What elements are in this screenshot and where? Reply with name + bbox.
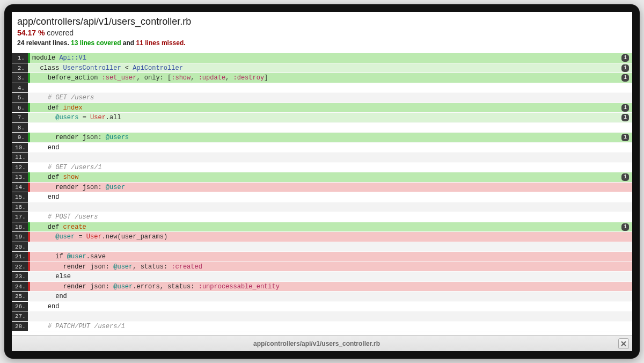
code-line: 28. # PATCH/PUT /users/1	[12, 322, 632, 332]
line-number: 14.	[12, 183, 28, 192]
line-content: # GET /users/1	[30, 163, 632, 172]
line-number: 12.	[12, 163, 28, 172]
line-content: # POST /users	[30, 212, 632, 222]
line-number: 26.	[12, 302, 28, 311]
lines-missed-label: lines missed.	[145, 39, 185, 47]
code-line: 15. end	[12, 192, 632, 202]
file-header: app/controllers/api/v1/users_controller.…	[12, 12, 632, 53]
line-content: def index1	[30, 103, 632, 113]
line-number: 1.	[12, 53, 28, 63]
code-line: 21. if @user.save	[12, 252, 632, 262]
code-line: 27.	[12, 311, 632, 322]
code-line: 19. @user = User.new(user_params)	[12, 232, 632, 242]
code-line: 11.	[12, 153, 632, 163]
line-number: 16.	[12, 202, 28, 212]
file-path: app/controllers/api/v1/users_controller.…	[17, 16, 627, 27]
code-line: 13. def show1	[12, 172, 632, 183]
code-line: 3. before_action :set_user, only: [:show…	[12, 73, 632, 83]
line-content: module Api::V11	[30, 53, 632, 63]
hit-count-badge: 1	[621, 173, 629, 181]
line-number: 13.	[12, 172, 28, 182]
line-number: 6.	[12, 103, 28, 113]
code-line: 9. render json: @users1	[12, 133, 632, 143]
dialog-footer: app/controllers/api/v1/users_controller.…	[12, 335, 632, 351]
code-line: 26. end	[12, 302, 632, 312]
coverage-percent: 54.17 %	[17, 28, 45, 37]
line-number: 22.	[12, 262, 28, 272]
line-number: 3.	[12, 73, 28, 83]
line-number: 2.	[12, 63, 28, 73]
line-content	[30, 153, 632, 162]
line-number: 28.	[12, 322, 28, 331]
line-content	[30, 311, 632, 321]
line-number: 7.	[12, 113, 28, 122]
code-line: 2. class UsersController < ApiController…	[12, 63, 632, 74]
line-content: render json: @user, status: :created	[30, 262, 632, 272]
line-number: 18.	[12, 222, 28, 232]
line-number: 20.	[12, 242, 28, 252]
line-number: 24.	[12, 282, 28, 292]
coverage-summary: 54.17 % covered	[17, 28, 627, 37]
dialog-title: app/controllers/api/v1/users_controller.…	[15, 340, 618, 347]
lines-missed-count: 11	[136, 39, 143, 47]
line-content: end	[30, 302, 632, 311]
code-line: 22. render json: @user, status: :created	[12, 262, 632, 272]
covered-label: covered	[47, 28, 74, 37]
code-line: 16.	[12, 202, 632, 213]
line-number: 9.	[12, 133, 28, 142]
code-line: 8.	[12, 123, 632, 133]
close-icon	[620, 340, 627, 347]
line-number: 25.	[12, 292, 28, 301]
code-line: 17. # POST /users	[12, 212, 632, 222]
line-content: if @user.save	[30, 252, 632, 262]
line-content	[30, 242, 632, 252]
line-content	[30, 123, 632, 133]
source-viewer-panel: app/controllers/api/v1/users_controller.…	[12, 12, 632, 351]
and-word: and	[123, 39, 134, 47]
line-content: end	[30, 292, 632, 301]
code-line: 1.module Api::V11	[12, 53, 632, 63]
line-content: # PATCH/PUT /users/1	[30, 322, 632, 331]
code-line: 4.	[12, 83, 632, 93]
line-number: 11.	[12, 153, 28, 162]
hit-count-badge: 1	[621, 134, 629, 141]
line-number: 19.	[12, 232, 28, 242]
close-button[interactable]	[618, 338, 629, 349]
hit-count-badge: 1	[621, 74, 629, 82]
line-content: class UsersController < ApiController1	[30, 63, 632, 73]
coverage-stats: 24 relevant lines. 13 lines covered and …	[17, 39, 627, 50]
line-content: @user = User.new(user_params)	[30, 232, 632, 242]
line-content: before_action :set_user, only: [:show, :…	[30, 73, 632, 83]
source-code-listing[interactable]: 1.module Api::V112. class UsersControlle…	[12, 53, 632, 335]
hit-count-badge: 1	[621, 223, 629, 231]
hit-count-badge: 1	[621, 54, 629, 62]
hit-count-badge: 1	[621, 114, 629, 121]
line-number: 27.	[12, 311, 28, 321]
line-content: def show1	[30, 172, 632, 182]
relevant-lines-count: 24	[17, 39, 24, 47]
line-content: # GET /users	[30, 93, 632, 103]
line-number: 23.	[12, 272, 28, 281]
code-line: 18. def create1	[12, 222, 632, 233]
lines-covered-count: 13	[71, 39, 78, 47]
line-number: 8.	[12, 123, 28, 133]
line-number: 10.	[12, 143, 28, 153]
line-content: else	[30, 272, 632, 281]
line-number: 17.	[12, 212, 28, 222]
line-content	[30, 202, 632, 212]
line-content: render json: @user	[30, 183, 632, 192]
line-number: 21.	[12, 252, 28, 262]
code-line: 23. else	[12, 272, 632, 282]
hit-count-badge: 1	[621, 104, 629, 112]
relevant-lines-label: relevant lines.	[26, 39, 69, 47]
code-line: 20.	[12, 242, 632, 252]
code-line: 12. # GET /users/1	[12, 163, 632, 173]
code-line: 10. end	[12, 143, 632, 153]
line-content: render json: @user.errors, status: :unpr…	[30, 282, 632, 292]
line-number: 15.	[12, 192, 28, 202]
code-line: 14. render json: @user	[12, 183, 632, 193]
line-number: 4.	[12, 83, 28, 93]
hit-count-badge: 1	[621, 64, 629, 72]
code-line: 25. end	[12, 292, 632, 302]
line-content: end	[30, 192, 632, 202]
